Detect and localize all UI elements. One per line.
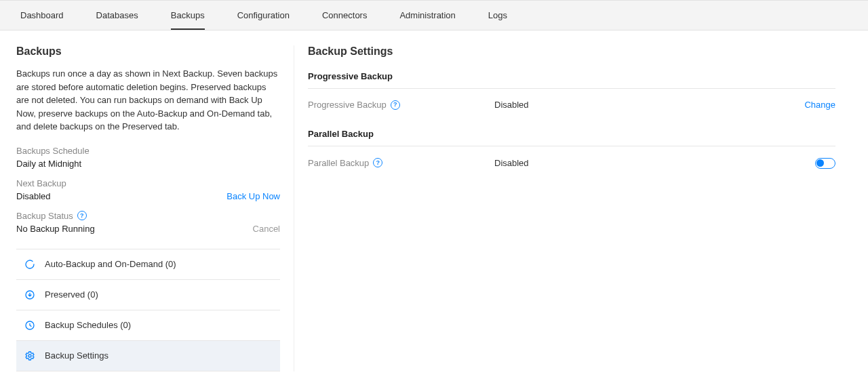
side-nav: Auto-Backup and On-Demand (0) Preserved … xyxy=(16,249,280,371)
sidebar-item-label: Backup Schedules (0) xyxy=(45,320,131,330)
right-panel: Backup Settings Progressive Backup Progr… xyxy=(294,45,852,371)
help-icon[interactable]: ? xyxy=(77,211,87,220)
tab-backups[interactable]: Backups xyxy=(171,1,205,30)
progressive-label: Progressive Backup xyxy=(308,100,387,110)
tab-logs[interactable]: Logs xyxy=(488,1,507,30)
clock-icon xyxy=(24,320,35,331)
progressive-header: Progressive Backup xyxy=(308,67,835,89)
sidebar-item-label: Auto-Backup and On-Demand (0) xyxy=(45,259,176,269)
settings-title: Backup Settings xyxy=(308,45,835,58)
content-area: Backups Backups run once a day as shown … xyxy=(0,31,868,371)
sidebar-item-schedules[interactable]: Backup Schedules (0) xyxy=(16,310,280,341)
sidebar-item-label: Preserved (0) xyxy=(45,289,98,300)
refresh-icon xyxy=(24,259,35,270)
schedule-value: Daily at Midnight xyxy=(16,159,81,169)
progressive-row: Progressive Backup ? Disabled Change xyxy=(308,89,835,121)
gear-icon xyxy=(24,350,35,361)
sidebar-item-settings[interactable]: Backup Settings xyxy=(16,341,280,371)
parallel-row: Parallel Backup ? Disabled xyxy=(308,146,835,180)
parallel-label: Parallel Backup xyxy=(308,158,369,168)
top-nav: Dashboard Databases Backups Configuratio… xyxy=(0,0,868,31)
tab-connectors[interactable]: Connectors xyxy=(322,1,367,30)
left-panel: Backups Backups run once a day as shown … xyxy=(16,45,294,371)
parallel-toggle[interactable] xyxy=(815,158,835,169)
backup-now-button[interactable]: Back Up Now xyxy=(226,191,280,201)
change-button[interactable]: Change xyxy=(804,100,835,110)
page-title: Backups xyxy=(16,45,280,58)
tab-databases[interactable]: Databases xyxy=(96,1,138,30)
tab-administration[interactable]: Administration xyxy=(399,1,455,30)
svg-point-2 xyxy=(28,354,31,357)
progressive-value: Disabled xyxy=(494,100,788,110)
download-icon xyxy=(24,289,35,300)
schedule-label: Backups Schedule xyxy=(16,146,280,156)
backup-status-value: No Backup Running xyxy=(16,224,95,234)
sidebar-item-auto-backup[interactable]: Auto-Backup and On-Demand (0) xyxy=(16,249,280,280)
sidebar-item-label: Backup Settings xyxy=(45,350,108,361)
help-icon[interactable]: ? xyxy=(391,100,400,110)
sidebar-item-preserved[interactable]: Preserved (0) xyxy=(16,280,280,310)
parallel-value: Disabled xyxy=(494,158,788,168)
help-icon[interactable]: ? xyxy=(373,158,382,167)
tab-dashboard[interactable]: Dashboard xyxy=(20,1,64,30)
parallel-header: Parallel Backup xyxy=(308,125,835,146)
tab-configuration[interactable]: Configuration xyxy=(237,1,290,30)
backups-description: Backups run once a day as shown in Next … xyxy=(16,67,280,134)
next-backup-value: Disabled xyxy=(16,191,51,201)
next-backup-label: Next Backup xyxy=(16,178,280,188)
backup-status-label: Backup Status ? xyxy=(16,211,280,221)
cancel-button[interactable]: Cancel xyxy=(253,224,280,234)
